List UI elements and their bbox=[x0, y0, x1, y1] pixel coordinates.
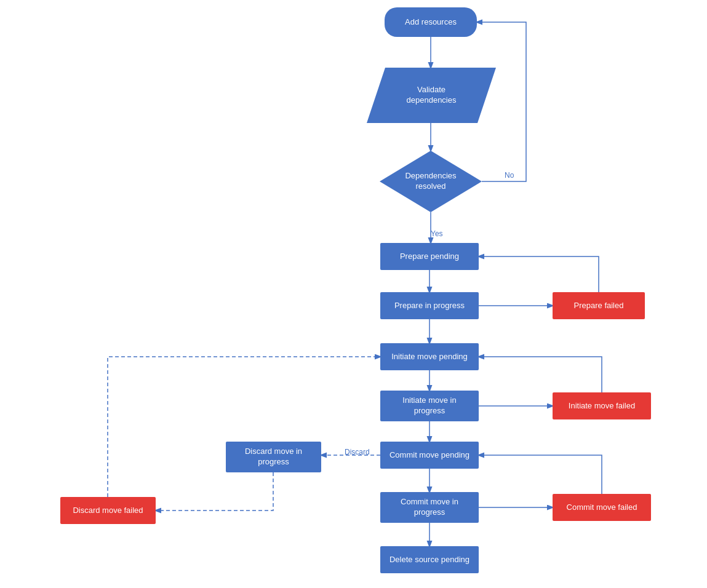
prepare-in-progress-label: Prepare in progress bbox=[394, 301, 465, 311]
delete-source-pending-label: Delete source pending bbox=[389, 555, 469, 565]
discard-label: Discard bbox=[345, 448, 370, 456]
commit-move-failed-node: Commit move failed bbox=[553, 494, 651, 521]
initiate-move-failed-node: Initiate move failed bbox=[553, 392, 651, 419]
initiate-move-pending-label: Initiate move pending bbox=[391, 352, 468, 362]
validate-dependencies-node: Validatedependencies bbox=[367, 68, 496, 123]
no-label: No bbox=[505, 171, 514, 180]
initiate-move-pending-node: Initiate move pending bbox=[380, 343, 479, 370]
commit-move-failed-label: Commit move failed bbox=[567, 503, 637, 513]
initiate-move-in-progress-node: Initiate move inprogress bbox=[380, 391, 479, 421]
discard-move-in-progress-label: Discard move inprogress bbox=[245, 447, 302, 467]
commit-move-in-progress-label: Commit move inprogress bbox=[401, 497, 458, 518]
dependencies-resolved-node: Dependenciesresolved bbox=[380, 151, 482, 212]
commit-move-pending-node: Commit move pending bbox=[380, 442, 479, 469]
commit-move-pending-label: Commit move pending bbox=[389, 450, 469, 461]
discard-move-failed-node: Discard move failed bbox=[60, 497, 156, 524]
commit-move-in-progress-node: Commit move inprogress bbox=[380, 492, 479, 523]
discard-move-failed-label: Discard move failed bbox=[73, 506, 143, 516]
prepare-in-progress-node: Prepare in progress bbox=[380, 292, 479, 319]
yes-label: Yes bbox=[431, 229, 443, 238]
delete-source-pending-node: Delete source pending bbox=[380, 546, 479, 573]
initiate-move-in-progress-label: Initiate move inprogress bbox=[402, 395, 456, 416]
discard-move-in-progress-node: Discard move inprogress bbox=[226, 442, 321, 472]
prepare-failed-label: Prepare failed bbox=[574, 301, 624, 311]
prepare-failed-node: Prepare failed bbox=[553, 292, 645, 319]
add-resources-node: Add resources bbox=[385, 7, 477, 37]
flowchart-diagram: Add resources Validatedependencies Depen… bbox=[0, 0, 707, 588]
prepare-pending-label: Prepare pending bbox=[400, 252, 459, 262]
initiate-move-failed-label: Initiate move failed bbox=[569, 401, 635, 411]
add-resources-label: Add resources bbox=[405, 17, 457, 28]
prepare-pending-node: Prepare pending bbox=[380, 243, 479, 270]
